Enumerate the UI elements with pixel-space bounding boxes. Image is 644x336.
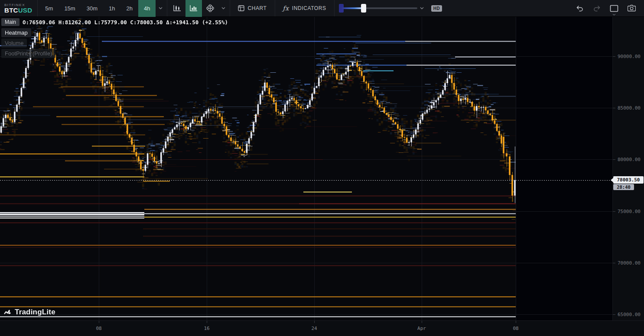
price-tick xyxy=(613,108,615,108)
pane-source-chip[interactable]: Main xyxy=(1,18,20,26)
timeframe-dropdown-chevron-icon[interactable] xyxy=(156,0,165,17)
time-tick xyxy=(207,321,207,323)
timeframe-1h[interactable]: 1h xyxy=(103,0,120,17)
redo-icon[interactable] xyxy=(589,0,604,17)
symbol-base: BTC xyxy=(4,6,18,14)
web-layers-icon[interactable] xyxy=(202,0,218,17)
time-tick-label: 24 xyxy=(311,326,317,331)
chart-grid-icon xyxy=(238,5,244,11)
candle-countdown-value: 28:40 xyxy=(617,184,631,190)
chart-style-group xyxy=(167,0,230,16)
timeframe-30m[interactable]: 30m xyxy=(81,0,103,17)
price-tick-label: 90000.00 xyxy=(618,54,641,59)
price-tick-label: 85000.00 xyxy=(618,105,641,111)
candle-countdown-badge: 28:40 xyxy=(613,184,634,190)
price-tick-label: 75000.00 xyxy=(618,208,641,214)
price-tick xyxy=(613,56,615,57)
time-tick xyxy=(99,321,99,323)
symbol-selector[interactable]: BITFINEX BTCUSD xyxy=(0,0,38,16)
symbol-quote: USD xyxy=(18,6,33,14)
toolbar-spacer xyxy=(451,0,572,16)
layout-window-icon[interactable] xyxy=(607,0,621,17)
time-tick-label: Apr xyxy=(417,326,426,331)
layer-toggle-footprint[interactable]: FootPrint+ (Profile) xyxy=(1,49,55,58)
indicators-button[interactable]: ƒx INDICATORS xyxy=(277,0,332,17)
chart-canvas[interactable] xyxy=(0,17,612,320)
timeframe-4h[interactable]: 4h xyxy=(138,0,156,17)
price-axis[interactable]: 78003.50 28:40 90000.0085000.0080000.007… xyxy=(612,17,644,320)
slider-handle[interactable] xyxy=(361,4,366,13)
time-tick-label: 08 xyxy=(513,326,518,331)
time-tick xyxy=(314,321,315,323)
chart-menu-section: CHART xyxy=(230,0,275,16)
tradinglite-app: BITFINEX BTCUSD 5m 15m 30m 1h 2h 4h xyxy=(0,0,644,336)
price-tick-label: 65000.00 xyxy=(618,312,641,317)
screenshot-camera-icon[interactable] xyxy=(624,0,639,17)
indicators-label: INDICATORS xyxy=(292,5,326,11)
ohlc-values: O:76509.06 H:81262.00 L:75779.00 C:78003… xyxy=(23,19,228,26)
candle-chart-icon[interactable] xyxy=(169,0,185,17)
symbol-label: BTCUSD xyxy=(4,7,32,14)
time-tick xyxy=(516,321,516,323)
toolbar-right-icons xyxy=(572,0,644,16)
price-tick xyxy=(613,263,615,263)
chart-menu-label: CHART xyxy=(247,5,267,11)
chart-menu-button[interactable]: CHART xyxy=(232,0,273,17)
slider-fill xyxy=(341,7,364,9)
price-tick-label: 80000.00 xyxy=(618,157,641,162)
top-toolbar: BITFINEX BTCUSD 5m 15m 30m 1h 2h 4h xyxy=(0,0,644,17)
timeframe-2h[interactable]: 2h xyxy=(120,0,138,17)
tradinglite-logo-icon xyxy=(3,308,12,316)
price-tick-label: 70000.00 xyxy=(618,260,641,265)
time-tick xyxy=(422,321,422,323)
watermark-name: TradingLite xyxy=(15,308,55,317)
price-tick xyxy=(613,159,615,160)
timeframe-group: 5m 15m 30m 1h 2h 4h xyxy=(38,0,167,16)
slider-dropdown-chevron-icon[interactable] xyxy=(417,0,427,17)
heatmap-intensity-group: HD xyxy=(335,0,451,16)
heatmap-layer-icon[interactable] xyxy=(185,0,202,17)
layer-toggle-heatmap[interactable]: Heatmap xyxy=(1,28,31,37)
hd-quality-badge[interactable]: HD xyxy=(431,5,442,12)
price-tick xyxy=(613,314,615,315)
heatmap-intensity-slider[interactable] xyxy=(341,7,417,9)
layer-dropdown-chevron-icon[interactable] xyxy=(218,0,228,17)
tradinglite-watermark: TradingLite xyxy=(3,308,55,317)
undo-icon[interactable] xyxy=(572,0,587,17)
last-price-badge: 78003.50 xyxy=(613,176,644,184)
fx-icon: ƒx xyxy=(283,5,289,12)
timeframe-15m[interactable]: 15m xyxy=(59,0,81,17)
layer-toggle-list: Heatmap Volume FootPrint+ (Profile) xyxy=(1,28,55,58)
layout-chevron-icon xyxy=(612,10,616,17)
indicators-section: ƒx INDICATORS xyxy=(275,0,335,16)
time-tick-label: 16 xyxy=(204,326,209,331)
time-tick-label: 08 xyxy=(96,326,101,331)
layer-toggle-volume[interactable]: Volume xyxy=(1,39,27,48)
ohlc-info-bar: Main O:76509.06 H:81262.00 L:75779.00 C:… xyxy=(1,18,228,26)
timeframe-5m[interactable]: 5m xyxy=(39,0,59,17)
last-price-value: 78003.50 xyxy=(617,177,640,183)
price-tick xyxy=(613,211,615,212)
chart-area: Main O:76509.06 H:81262.00 L:75779.00 C:… xyxy=(0,17,644,320)
time-axis[interactable]: 081624Apr08 xyxy=(0,320,644,336)
